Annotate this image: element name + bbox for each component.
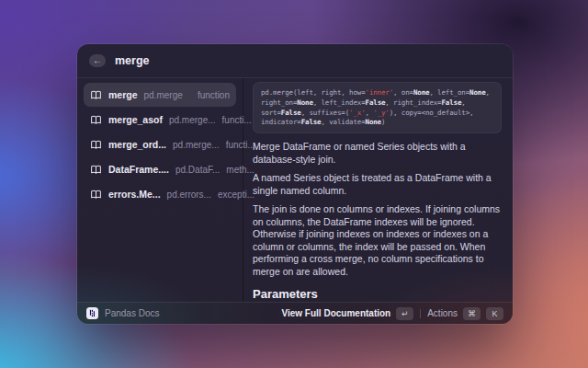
enter-key-icon: ↵ [396, 307, 413, 320]
detail-panel: pd.merge(left, right, how='inner', on=No… [243, 78, 513, 302]
body-area: merge pd.merge function merge_asof pd.me… [77, 78, 513, 302]
result-row-merge-asof[interactable]: merge_asof pd.merge... functi... [84, 108, 236, 132]
extension-name: Pandas Docs [105, 308, 159, 318]
view-full-documentation-button[interactable]: View Full Documentation ↵ [281, 307, 413, 320]
actions-button[interactable]: Actions ⌘ K [427, 307, 503, 320]
result-row-merge-ordered[interactable]: merge_ord... pd.merge... functi... [84, 132, 236, 156]
result-type: function [198, 90, 230, 100]
result-subtitle: pd.DataF... [175, 165, 220, 175]
footer-divider [420, 309, 421, 318]
code-line: sort=False, suffixes=('_x', '_y'), copy=… [261, 109, 493, 119]
code-line: right_on=None, left_index=False, right_i… [261, 98, 493, 109]
result-title: merge_asof [108, 114, 163, 125]
search-query-text[interactable]: merge [115, 54, 150, 67]
results-sidebar: merge pd.merge function merge_asof pd.me… [77, 78, 243, 302]
result-title: errors.Me... [108, 189, 161, 200]
book-icon [90, 139, 102, 151]
footer-bar: Pandas Docs View Full Documentation ↵ Ac… [77, 302, 513, 324]
parameters-heading: Parameters [253, 287, 502, 301]
result-row-errors-merge[interactable]: errors.Me... pd.errors... excepti... [84, 182, 236, 206]
code-line: pd.merge(left, right, how='inner', on=No… [261, 88, 493, 98]
titlebar: ← merge [77, 44, 513, 78]
k-key-icon: K [486, 307, 503, 320]
book-icon [90, 114, 102, 126]
function-signature-code: pd.merge(left, right, how='inner', on=No… [253, 82, 502, 133]
description-paragraph: The join is done on columns or indexes. … [253, 203, 502, 278]
result-title: merge [108, 89, 138, 100]
description-paragraph: A named Series object is treated as a Da… [253, 172, 502, 197]
back-arrow-icon: ← [93, 56, 102, 65]
cmd-key-icon: ⌘ [463, 307, 481, 320]
result-subtitle: pd.merge [144, 90, 183, 100]
description-paragraph: Merge DataFrame or named Series objects … [253, 141, 502, 166]
result-row-merge[interactable]: merge pd.merge function [84, 83, 236, 107]
back-button[interactable]: ← [89, 54, 106, 67]
book-icon [90, 164, 102, 176]
code-line: indicator=False, validate=None) [261, 118, 493, 128]
docs-popup-window: ← merge merge pd.merge function merge_as… [77, 44, 513, 324]
result-title: merge_ord... [108, 139, 166, 150]
book-icon [90, 89, 102, 101]
result-subtitle: pd.errors... [167, 190, 211, 200]
result-subtitle: pd.merge... [169, 115, 216, 125]
result-subtitle: pd.merge... [173, 140, 220, 150]
result-row-dataframe-merge[interactable]: DataFrame.... pd.DataF... meth... [84, 157, 236, 181]
result-title: DataFrame.... [108, 164, 169, 175]
description-text: Merge DataFrame or named Series objects … [253, 141, 502, 278]
book-icon [90, 189, 102, 201]
pandas-logo-icon [86, 307, 98, 319]
